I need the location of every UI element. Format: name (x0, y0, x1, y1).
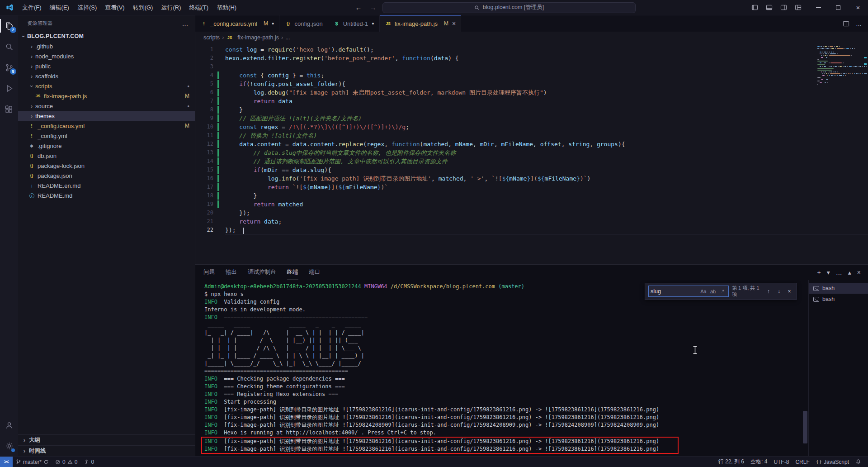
panel-tab-问题[interactable]: 问题 (203, 265, 215, 280)
tree-item-root[interactable]: ›BLOG.PLCENT.COM (18, 31, 195, 41)
code-line[interactable]: } (225, 105, 868, 114)
terminal[interactable]: Admin@desktop-e8ebeeb2b61748fa-202505301… (195, 280, 808, 456)
timeline-section[interactable]: › 时间线 (18, 445, 195, 456)
problems-indicator[interactable]: 0 0 (52, 457, 80, 467)
code-line[interactable]: } (225, 191, 868, 200)
code-line[interactable]: return matched (225, 200, 868, 209)
code-line[interactable]: data.content = data.content.replace(rege… (225, 140, 868, 148)
code-line[interactable]: const log = require('hexo-log').default(… (225, 45, 868, 54)
tree-item-themes[interactable]: ›themes (18, 111, 195, 121)
code-line[interactable]: return `![${mName}](${mFileName})` (225, 183, 868, 191)
tree-item-node-modules[interactable]: ›node_modules (18, 51, 195, 61)
code-editor[interactable]: 12345678910111213141516171819202122 cons… (195, 43, 868, 264)
activity-explorer[interactable]: 2 (0, 15, 18, 36)
tree-item-public[interactable]: ›public (18, 61, 195, 71)
minimize-button[interactable] (808, 0, 828, 15)
terminal-scrollbar[interactable] (803, 411, 807, 443)
tree-item-github[interactable]: ›.github (18, 41, 195, 51)
branch-indicator[interactable]: master* (13, 457, 52, 467)
code-line[interactable]: log.debug("[fix-image-path] 未启用post_asse… (225, 88, 868, 97)
tab-fix-image-path-js[interactable]: JSfix-image-path.jsM× (380, 15, 462, 32)
notifications-bell[interactable] (852, 457, 864, 467)
customize-layout-icon[interactable] (792, 2, 804, 14)
minimap[interactable] (817, 46, 861, 86)
forward-button[interactable]: → (368, 4, 378, 11)
menu-item-运行-r[interactable]: 运行(R) (157, 2, 185, 14)
ports-indicator[interactable]: 0 (80, 457, 97, 467)
menu-item-终端-t[interactable]: 终端(T) (185, 2, 212, 14)
code-line[interactable]: // 替换为 ![alt](文件名) (225, 131, 868, 140)
panel-tab-输出[interactable]: 输出 (226, 265, 237, 280)
menu-item-转到-g[interactable]: 转到(G) (129, 2, 157, 14)
menu-item-文件-f[interactable]: 文件(F) (18, 2, 46, 14)
panel-tab-端口[interactable]: 端口 (309, 265, 321, 280)
find-close-button[interactable]: × (786, 288, 793, 295)
tree-item-gitignore[interactable]: ◆.gitignore (18, 141, 195, 151)
code-line[interactable]: hexo.extend.filter.register('before_post… (225, 54, 868, 62)
find-prev-button[interactable]: ↑ (765, 288, 772, 295)
panel-tab-终端[interactable]: 终端 (287, 265, 298, 280)
menu-item-编辑-e[interactable]: 编辑(E) (46, 2, 73, 14)
tab-untitled-1[interactable]: $Untitled-1● (328, 15, 380, 32)
cursor-position[interactable]: 行 22, 列 6 (715, 457, 747, 467)
code-line[interactable]: // data.slug中保存的时当前文章文件的名称, 也是附件保存的文件夹名称 (225, 148, 868, 157)
terminal-list-item-2[interactable]: bash (809, 294, 868, 305)
encoding-indicator[interactable]: UTF-8 (770, 457, 792, 467)
tree-item-db-json[interactable]: {}db.json (18, 151, 195, 161)
language-indicator[interactable]: {}JavaScript (813, 457, 852, 467)
new-terminal-button[interactable]: + (817, 269, 821, 276)
outline-section[interactable]: › 大纲 (18, 434, 195, 445)
remote-indicator[interactable]: >< (0, 457, 13, 467)
tree-item-config-icarus-yml[interactable]: !_config.icarus.ymlM (18, 121, 195, 131)
back-button[interactable]: ← (354, 4, 363, 11)
explorer-more-actions[interactable]: … (182, 20, 189, 27)
breadcrumb-item-[interactable]: ... (285, 34, 290, 41)
tab-config-icarus-yml[interactable]: !_config.icarus.ymlM● (195, 15, 279, 32)
indent-indicator[interactable]: 空格: 4 (747, 457, 770, 467)
code-line[interactable]: }); (225, 226, 868, 234)
menu-item-选择-s[interactable]: 选择(S) (73, 2, 101, 14)
editor-more-actions[interactable]: … (856, 20, 862, 27)
code-line[interactable]: }); (225, 209, 868, 217)
tree-item-readme-md[interactable]: iREADME.md (18, 191, 195, 200)
tree-item-readme-en-md[interactable]: ↓README.en.md (18, 181, 195, 191)
maximize-button[interactable] (828, 0, 848, 15)
panel-close-button[interactable]: × (857, 269, 861, 276)
activity-search[interactable] (0, 36, 18, 57)
tab-config-json[interactable]: {}config.json (279, 15, 328, 32)
terminal-dropdown-icon[interactable]: ▾ (827, 269, 830, 276)
toggle-primary-sidebar-icon[interactable] (749, 2, 760, 14)
tree-item-package-lock-json[interactable]: {}package-lock.json (18, 161, 195, 171)
tree-item-config-yml[interactable]: !_config.yml (18, 131, 195, 141)
activity-account[interactable] (0, 415, 18, 435)
activity-extensions[interactable] (0, 99, 18, 119)
code-line[interactable]: if(mDir == data.slug){ (225, 166, 868, 174)
code-line[interactable]: // 通过该判断限制匹配图片范围, 文章中依然可以引入其他目录资源文件 (225, 157, 868, 166)
code-line[interactable]: const { config } = this; (225, 71, 868, 80)
eol-indicator[interactable]: CRLF (792, 457, 812, 467)
terminal-list-item-1[interactable]: bash (809, 283, 868, 294)
code-line[interactable]: return data; (225, 217, 868, 226)
tree-item-source[interactable]: ›source● (18, 101, 195, 111)
code-line[interactable]: if(!config.post_asset_folder){ (225, 80, 868, 88)
panel-tab-调试控制台[interactable]: 调试控制台 (248, 265, 276, 280)
breadcrumb-item-scripts[interactable]: scripts (203, 34, 220, 41)
activity-source-control[interactable]: 5 (0, 57, 18, 78)
toggle-panel-icon[interactable] (763, 2, 775, 14)
code-line[interactable]: log.info('[fix-image-path] 识别到带目录的图片地址',… (225, 174, 868, 183)
tree-item-package-json[interactable]: {}package.json (18, 171, 195, 181)
activity-settings[interactable] (0, 435, 18, 456)
menu-item-帮助-h[interactable]: 帮助(H) (212, 2, 241, 14)
panel-maximize-button[interactable]: ▴ (848, 269, 851, 276)
activity-run-debug[interactable] (0, 78, 18, 99)
panel-more-actions[interactable]: … (836, 269, 842, 276)
match-case-toggle[interactable]: Aa (699, 289, 708, 294)
find-input[interactable] (651, 288, 698, 295)
code-line[interactable]: const regex = /!\[(.*?)\]\(([^)]+)\/([^)… (225, 123, 868, 131)
close-button[interactable]: × (848, 0, 868, 15)
code-line[interactable]: // 匹配图片语法 ![alt](文件夹名/文件名) (225, 114, 868, 123)
toggle-secondary-sidebar-icon[interactable] (778, 2, 789, 14)
find-next-button[interactable]: ↓ (775, 288, 783, 295)
close-icon[interactable]: × (452, 20, 456, 27)
tree-item-scripts[interactable]: ›scripts● (18, 81, 195, 91)
